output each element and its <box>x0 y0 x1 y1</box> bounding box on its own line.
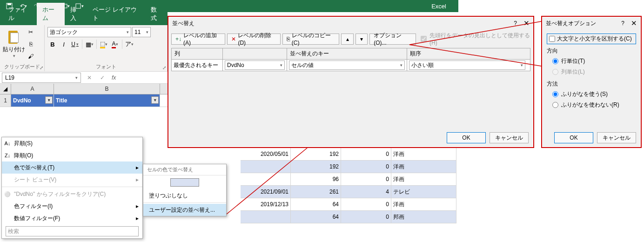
tab-layout[interactable]: ページ レイアウト <box>87 3 145 25</box>
fx-icon[interactable]: fx <box>112 74 116 81</box>
color-filter[interactable]: 色フィルター(I)▸ <box>2 200 142 212</box>
font-expand[interactable]: ⤢ <box>162 65 166 70</box>
tab-insert[interactable]: 挿入 <box>65 3 87 25</box>
row-header-1[interactable]: 1 <box>0 94 11 107</box>
ribbon: 貼り付け ▾ ✂ ⎘ 🖌 クリップボード ⤢ 游ゴシック▾ 11▾ B I U▾… <box>0 25 168 72</box>
header-title: Title ▾ <box>54 94 160 107</box>
sort-desc-icon: Z↓ <box>4 152 11 159</box>
sort-asc[interactable]: A↓昇順(S) <box>2 137 142 149</box>
clipboard-expand[interactable]: ⤢ <box>40 65 43 70</box>
submenu-header: セルの色で並べ替え <box>143 164 226 175</box>
sort-by-color[interactable]: 色で並べ替え(T)▸ <box>2 161 142 174</box>
paste-button[interactable]: 貼り付け ▾ <box>3 27 25 60</box>
sort-col-header: 列 <box>172 48 223 59</box>
filter-button-title[interactable]: ▾ <box>151 96 159 104</box>
direction-label: 方向 <box>547 47 636 55</box>
color-sort-submenu: セルの色で並べ替え 塗りつぶしなし ユーザー設定の並べ替え... <box>143 164 227 216</box>
filter-button-dvdno[interactable]: ▾ <box>45 96 53 104</box>
formula-bar: L19▾ ✕ ✓ fx <box>0 72 168 84</box>
sort-ok-button[interactable]: OK <box>447 132 486 143</box>
visible-cells: 2020/05/011920洋画 1920洋画 960洋画 2021/09/01… <box>241 148 456 223</box>
options-button[interactable]: オプション(O)... <box>369 34 416 45</box>
sort-column-select[interactable]: DvdNo▾ <box>225 60 285 70</box>
no-fill[interactable]: 塗りつぶしなし <box>143 189 226 202</box>
font-label: フォント <box>45 63 167 70</box>
name-box[interactable]: L19▾ <box>2 73 81 83</box>
clipboard-group: 貼り付け ▾ ✂ ⎘ 🖌 クリップボード ⤢ <box>0 25 45 71</box>
clear-filter-icon: ⚪ <box>4 190 11 198</box>
app-title: Excel <box>431 3 446 10</box>
help-button[interactable]: ? <box>514 20 517 27</box>
filter-search[interactable]: 検索 <box>6 226 139 236</box>
paste-label: 貼り付け <box>3 46 25 54</box>
row-direction-radio[interactable]: 行単位(T) <box>547 56 636 67</box>
underline-button[interactable]: U▾ <box>70 39 80 49</box>
copy-level-button[interactable]: ⎘レベルのコピー(C) <box>282 34 340 45</box>
number-filter[interactable]: 数値フィルター(F)▸ <box>2 212 142 224</box>
filter-menu: A↓昇順(S) Z↓降順(O) 色で並べ替え(T)▸ シート ビュー(V)▸ ⚪… <box>1 137 143 239</box>
options-title: 並べ替えオプション ? ✕ <box>542 17 641 30</box>
ribbon-tabs: ファイル ホーム 挿入 ページ レイアウト 数式 <box>0 12 168 25</box>
sort-key-select[interactable]: セルの値▾ <box>289 60 405 70</box>
sort-asc-icon: A↓ <box>4 140 11 147</box>
help-button-2[interactable]: ? <box>621 20 624 27</box>
phonetic-button[interactable]: ア▾ <box>124 39 134 49</box>
enter-formula[interactable]: ✓ <box>97 73 108 83</box>
format-painter-button[interactable]: 🖌 <box>25 51 36 61</box>
furigana-yes-radio[interactable]: ふりがなを使う(S) <box>547 89 636 100</box>
case-sensitive-check[interactable]: 大文字と小文字を区別する(C) <box>547 34 636 44</box>
options-cancel-button[interactable]: キャンセル <box>597 132 636 143</box>
add-level-button[interactable]: +↓レベルの追加(A) <box>171 34 225 45</box>
sort-key-header: 並べ替えのキー <box>287 48 407 59</box>
sort-priority-label: 最優先されるキー <box>172 60 223 71</box>
font-color-button[interactable]: A▾ <box>110 39 120 49</box>
sort-order-header: 順序 <box>407 48 527 59</box>
font-name-select[interactable]: 游ゴシック▾ <box>47 27 131 37</box>
sort-cancel-button[interactable]: キャンセル <box>490 132 529 143</box>
close-button[interactable]: ✕ <box>523 19 530 27</box>
custom-sort[interactable]: ユーザー設定の並べ替え... <box>143 204 226 216</box>
sort-desc[interactable]: Z↓降順(O) <box>2 149 142 161</box>
col-header-b[interactable]: B <box>54 84 160 94</box>
tab-formula[interactable]: 数式 <box>145 3 168 25</box>
italic-button[interactable]: I <box>59 39 69 49</box>
header-row-check[interactable]: 先頭行をデータの見出しとして使用する(H) <box>421 32 530 46</box>
sort-dialog: 並べ替え ? ✕ +↓レベルの追加(A) ✕レベルの削除(D) ⎘レベルのコピー… <box>168 16 534 148</box>
sort-options-dialog: 並べ替えオプション ? ✕ 大文字と小文字を区別する(C) 方向 行単位(T) … <box>541 16 642 148</box>
border-button[interactable]: ▦▾ <box>84 39 94 49</box>
header-dvdno: DvdNo ▾ <box>11 94 54 107</box>
sort-toolbar: +↓レベルの追加(A) ✕レベルの削除(D) ⎘レベルのコピー(C) ▴ ▾ オ… <box>168 30 533 48</box>
cut-button[interactable]: ✂ <box>25 27 36 37</box>
clipboard-label: クリップボード <box>0 63 44 70</box>
cancel-formula[interactable]: ✕ <box>84 73 95 83</box>
options-ok-button[interactable]: OK <box>554 132 593 143</box>
paste-icon <box>7 29 21 46</box>
furigana-no-radio[interactable]: ふりがなを使わない(R) <box>547 100 636 110</box>
move-up-button[interactable]: ▴ <box>341 34 353 45</box>
col-direction-radio[interactable]: 列単位(L) <box>547 67 636 77</box>
sort-order-select[interactable]: 小さい順▾ <box>409 60 525 70</box>
move-down-button[interactable]: ▾ <box>356 34 368 45</box>
bold-button[interactable]: B <box>47 39 58 49</box>
sort-dialog-title: 並べ替え ? ✕ <box>168 17 533 30</box>
fill-color-button[interactable]: ⬚▾ <box>99 39 109 49</box>
copy-button[interactable]: ⎘ <box>25 39 36 49</box>
redo-button[interactable]: ↷▾ <box>31 1 44 11</box>
font-group: 游ゴシック▾ 11▾ B I U▾ ▦▾ ⬚▾ A▾ ア▾ フォント ⤢ <box>45 25 168 71</box>
sheet-view: シート ビュー(V)▸ <box>2 174 142 186</box>
method-label: 方法 <box>547 80 636 88</box>
sort-grid: 列 並べ替えのキー 順序 最優先されるキー DvdNo▾ セルの値▾ 小さい順▾ <box>171 48 530 71</box>
font-size-select[interactable]: 11▾ <box>132 27 151 37</box>
delete-level-button[interactable]: ✕レベルの削除(D) <box>227 34 280 45</box>
clear-filter: ⚪"DvdNo" からフィルターをクリア(C) <box>2 188 142 200</box>
chevron-right-icon: ▸ <box>136 164 139 171</box>
color-swatch[interactable] <box>170 178 199 187</box>
select-all-corner[interactable]: ◢ <box>0 84 11 94</box>
col-header-a[interactable]: A <box>11 84 54 94</box>
close-button-2[interactable]: ✕ <box>631 19 637 27</box>
